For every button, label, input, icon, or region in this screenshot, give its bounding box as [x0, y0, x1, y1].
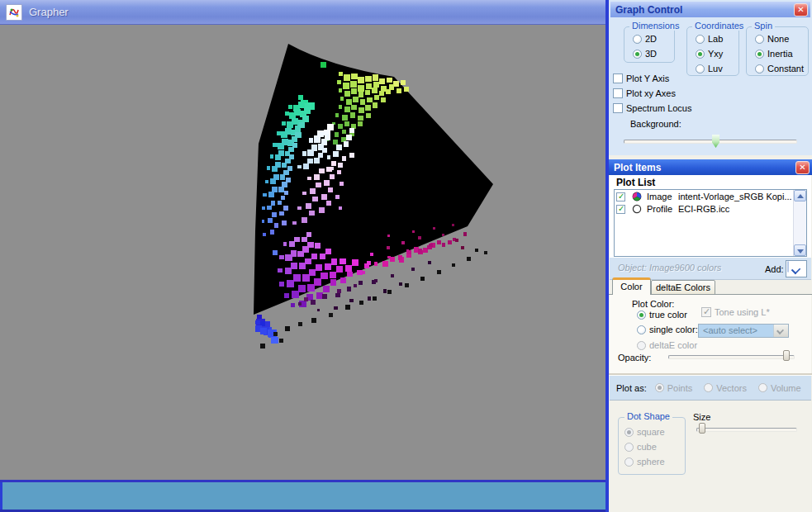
checkbox-tone-using-l: Tone using L* [701, 305, 770, 320]
spin-option-label: Constant [767, 64, 804, 73]
plot-dot [389, 84, 395, 90]
plot-dot [306, 203, 311, 209]
spin-option-constant[interactable]: Constant [755, 61, 806, 76]
plot-dot [351, 88, 357, 94]
coordinates-option-lab[interactable]: Lab [696, 31, 737, 46]
plot-list-item-profile[interactable]: ProfileECI-RGB.icc [616, 203, 806, 215]
plot-dot [359, 92, 364, 97]
plot-dot [461, 246, 464, 249]
plot-dot [316, 183, 321, 188]
tab-color[interactable]: Color [612, 277, 651, 295]
plot-dot [271, 201, 276, 206]
coordinates-option-label: Yxy [708, 49, 723, 59]
plot-dot [342, 130, 347, 135]
radio-icon[interactable] [633, 35, 642, 44]
radio-icon[interactable] [637, 311, 646, 320]
spin-option-inertia[interactable]: Inertia [755, 46, 806, 61]
plot-dot [310, 188, 316, 194]
radio-icon[interactable] [755, 50, 764, 59]
checkbox-icon[interactable] [613, 103, 623, 113]
plot-dot [374, 95, 379, 100]
plot-dot [321, 62, 326, 68]
plot-canvas[interactable] [0, 25, 606, 480]
background-slider-track[interactable] [624, 140, 797, 144]
plot-dot [292, 118, 298, 125]
visibility-checkbox[interactable] [616, 192, 625, 201]
plot-dot [284, 293, 289, 298]
radio-icon[interactable] [755, 35, 764, 44]
close-icon[interactable]: ✕ [794, 3, 808, 17]
coordinates-option-luv[interactable]: Luv [696, 61, 737, 76]
plot-dot [320, 254, 325, 259]
radio-icon[interactable] [633, 50, 642, 59]
plot-dot [287, 280, 294, 287]
grapher-titlebar[interactable]: Grapher [0, 0, 609, 25]
coordinates-option-yxy[interactable]: Yxy [696, 46, 737, 61]
plot-as-option-label: Points [667, 383, 693, 393]
plot-dot [334, 306, 338, 311]
plot-list[interactable]: Imageintent-Vorlage_sRGB Kopi...ProfileE… [614, 189, 807, 257]
plot-as-option-points: Points [655, 381, 693, 396]
plot-list-scrollbar[interactable] [793, 190, 806, 256]
checkbox-plot-xy-axes[interactable]: Plot xy Axes [613, 86, 691, 101]
plot-dot [335, 293, 340, 298]
radio-icon[interactable] [637, 325, 646, 334]
plot-color-option-true-color[interactable]: true color [637, 307, 687, 322]
background-slider-thumb[interactable] [712, 135, 719, 148]
plot-dot [359, 301, 363, 305]
plot-items-titlebar[interactable]: Plot Items ✕ [609, 159, 812, 175]
radio-icon [655, 383, 664, 392]
spin-group: Spin NoneInertiaConstant [746, 26, 809, 76]
dimensions-option-3d[interactable]: 3D [633, 46, 672, 61]
plot-as-label: Plot as: [616, 383, 647, 393]
plot-dot [365, 90, 370, 95]
plot-dot [345, 305, 350, 310]
plot-dot [399, 282, 402, 286]
plot-dot [373, 102, 378, 107]
checkbox-icon[interactable] [613, 73, 623, 83]
plot-dot [429, 244, 433, 248]
plot-dot [307, 177, 311, 181]
plot-dot [309, 211, 315, 216]
tab-deltae-colors[interactable]: deltaE Colors [651, 280, 715, 295]
visibility-checkbox[interactable] [616, 205, 625, 214]
plot-dot [297, 206, 302, 211]
radio-icon[interactable] [696, 50, 705, 59]
plot-dot [484, 251, 487, 254]
opacity-slider-thumb[interactable] [783, 350, 790, 361]
close-icon[interactable]: ✕ [795, 161, 810, 174]
graph-control-titlebar[interactable]: Graph Control ✕ [610, 2, 810, 17]
plot-dot [330, 174, 335, 179]
plot-dot [357, 270, 363, 276]
plot-dot [315, 243, 321, 249]
plot-dot [387, 78, 392, 83]
radio-icon[interactable] [696, 64, 705, 73]
plot-dot [297, 165, 302, 169]
plot-dot [420, 277, 425, 281]
opacity-slider-track[interactable] [668, 355, 795, 359]
size-slider-thumb[interactable] [699, 423, 705, 434]
dimensions-option-2d[interactable]: 2D [633, 31, 672, 46]
scroll-down-icon[interactable] [794, 244, 806, 256]
plot-dot [418, 249, 422, 253]
checkbox-icon[interactable] [613, 88, 623, 98]
plot-dot [272, 187, 278, 192]
plot-dot [305, 258, 311, 264]
scroll-up-icon[interactable] [794, 190, 806, 201]
checkbox-plot-y-axis[interactable]: Plot Y Axis [613, 71, 691, 86]
plot-color-option-single-color[interactable]: single color: [637, 322, 698, 337]
item-type: Image [647, 192, 678, 201]
add-dropdown[interactable] [786, 260, 807, 277]
plot-dot [335, 132, 340, 137]
plot-dot [333, 151, 339, 157]
plot-dot [309, 138, 313, 142]
size-slider-track[interactable] [696, 428, 797, 432]
spin-option-none[interactable]: None [755, 31, 806, 46]
checkbox-label: Spectrum Locus [626, 103, 691, 113]
checkbox-spectrum-locus[interactable]: Spectrum Locus [613, 101, 691, 116]
plot-list-item-image[interactable]: Imageintent-Vorlage_sRGB Kopi... [616, 191, 806, 202]
plot-dot [337, 80, 341, 84]
radio-icon[interactable] [755, 64, 764, 73]
radio-icon[interactable] [696, 35, 705, 44]
plot-dot [330, 272, 336, 278]
